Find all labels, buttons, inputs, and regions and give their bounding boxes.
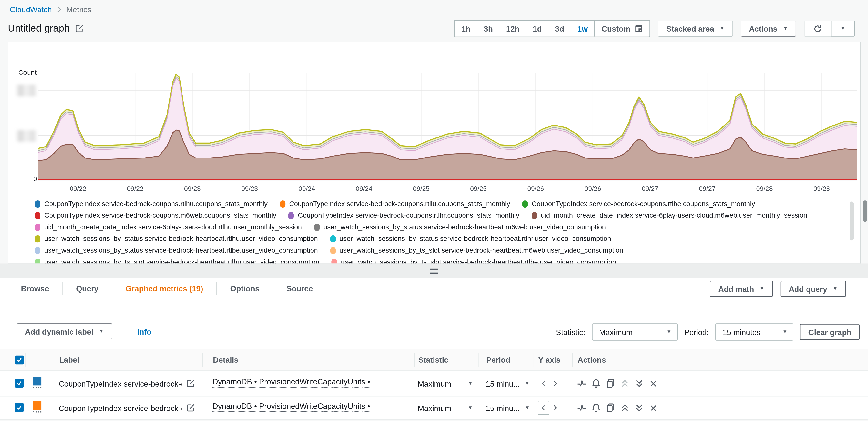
legend-item[interactable]: CouponTypeIndex service-bedrock-coupons.… xyxy=(280,200,510,208)
legend-item[interactable]: uid_month_create_date_index service-6pla… xyxy=(35,223,302,231)
edit-title-icon[interactable] xyxy=(75,24,84,33)
legend-item-label: user_watch_sessions_by_status service-be… xyxy=(323,223,606,231)
yaxis-right-button[interactable] xyxy=(552,379,559,388)
row-checkbox[interactable] xyxy=(15,378,24,387)
actions-dropdown[interactable]: Actions ▼ xyxy=(741,21,796,37)
legend-item[interactable]: CouponTypeIndex service-bedrock-coupons.… xyxy=(35,200,268,208)
tab-query[interactable]: Query xyxy=(62,278,112,301)
color-swatch-dropdown[interactable] xyxy=(33,401,41,413)
x-tick-label: 09/27 xyxy=(691,185,724,193)
color-swatch-dropdown[interactable] xyxy=(33,376,41,388)
legend-item[interactable]: user_watch_sessions_by_ts_slot service-b… xyxy=(332,258,616,264)
move-down-icon[interactable] xyxy=(634,403,644,413)
move-up-icon[interactable] xyxy=(620,379,630,388)
row-statistic-select[interactable]: Maximum▼ xyxy=(414,403,478,412)
create-alarm-icon[interactable] xyxy=(591,379,601,388)
yaxis-left-button[interactable] xyxy=(538,376,549,391)
page-scrollbar[interactable] xyxy=(863,200,867,222)
time-range-3h[interactable]: 3h xyxy=(477,21,499,37)
move-up-icon[interactable] xyxy=(620,403,630,413)
actions-label: Actions xyxy=(749,24,777,33)
statistic-value: Maximum xyxy=(599,328,633,336)
create-alarm-icon[interactable] xyxy=(591,403,601,413)
edit-label-icon[interactable] xyxy=(186,404,195,412)
legend-item[interactable]: user_watch_sessions_by_status service-be… xyxy=(330,235,611,243)
breadcrumb-cloudwatch[interactable]: CloudWatch xyxy=(10,5,52,14)
tab-graphed-metrics-19[interactable]: Graphed metrics (19) xyxy=(112,278,216,301)
legend-item-label: user_watch_sessions_by_status service-be… xyxy=(44,246,318,254)
x-tick-label: 09/25 xyxy=(405,185,438,193)
duplicate-icon[interactable] xyxy=(606,379,615,388)
legend-color-dot xyxy=(35,200,40,207)
view-pulse-icon[interactable] xyxy=(577,379,587,388)
x-tick-label: 09/27 xyxy=(633,185,667,193)
info-link[interactable]: Info xyxy=(137,327,151,336)
duplicate-icon[interactable] xyxy=(606,403,615,413)
legend-item[interactable]: CouponTypeIndex service-bedrock-coupons.… xyxy=(522,200,755,208)
legend-item[interactable]: CouponTypeIndex service-bedrock-coupons.… xyxy=(35,212,276,219)
move-down-icon[interactable] xyxy=(634,379,644,388)
column-statistic: Statistic xyxy=(414,353,478,367)
legend-color-dot xyxy=(35,258,40,264)
legend-item[interactable]: user_watch_sessions_by_status service-be… xyxy=(35,246,318,254)
yaxis-left-button[interactable] xyxy=(538,401,549,415)
select-all-checkbox[interactable] xyxy=(15,356,24,364)
metric-label: CouponTypeIndex service-bedrock-cou... xyxy=(59,403,181,412)
legend-color-dot xyxy=(35,247,40,254)
legend-item[interactable]: user_watch_sessions_by_ts_slot service-b… xyxy=(330,246,623,254)
metric-details-link[interactable]: DynamoDB • ProvisionedWriteCapacityUnits… xyxy=(213,377,370,388)
period-select[interactable]: 15 minutes ▼ xyxy=(715,323,794,340)
time-range-1w[interactable]: 1w xyxy=(571,21,594,37)
legend-item[interactable]: uid_month_create_date_index service-6pla… xyxy=(531,212,807,219)
row-period-select[interactable]: 15 minu...▼ xyxy=(478,403,533,412)
time-range-1d[interactable]: 1d xyxy=(526,21,549,37)
time-range-1h[interactable]: 1h xyxy=(455,21,477,37)
tab-browse[interactable]: Browse xyxy=(8,278,62,301)
refresh-button[interactable] xyxy=(804,21,831,37)
row-period-select[interactable]: 15 minu...▼ xyxy=(478,379,533,388)
resize-handle[interactable] xyxy=(430,269,438,273)
yaxis-right-button[interactable] xyxy=(552,404,559,412)
graph-type-value: Stacked area xyxy=(666,24,714,33)
add-query-dropdown[interactable]: Add query ▼ xyxy=(780,281,846,297)
legend-item[interactable]: user_watch_sessions_by_status service-be… xyxy=(314,223,606,231)
clear-graph-button[interactable]: Clear graph xyxy=(800,324,860,340)
x-tick-label: 09/22 xyxy=(119,185,152,193)
add-math-dropdown[interactable]: Add math ▼ xyxy=(710,281,773,297)
legend-row: user_watch_sessions_by_status service-be… xyxy=(35,235,846,243)
tab-source[interactable]: Source xyxy=(273,278,326,301)
calendar-icon xyxy=(635,24,643,33)
remove-icon[interactable] xyxy=(649,403,658,412)
y-axis-label: Count xyxy=(18,68,37,77)
column-yaxis: Y axis xyxy=(533,353,572,367)
legend-color-dot xyxy=(522,200,528,207)
time-range-12h[interactable]: 12h xyxy=(499,21,526,37)
legend-color-dot xyxy=(280,200,285,207)
row-statistic-select[interactable]: Maximum▼ xyxy=(414,379,478,388)
period-label: Period: xyxy=(684,328,709,336)
time-range-3d[interactable]: 3d xyxy=(549,21,570,37)
statistic-select[interactable]: Maximum ▼ xyxy=(592,323,678,340)
legend-item-label: CouponTypeIndex service-bedrock-coupons.… xyxy=(44,212,276,219)
edit-label-icon[interactable] xyxy=(186,379,195,388)
graph-type-dropdown[interactable]: Stacked area ▼ xyxy=(658,21,733,37)
add-dynamic-label-dropdown[interactable]: Add dynamic label ▼ xyxy=(17,323,112,339)
stacked-area-chart[interactable] xyxy=(37,73,857,180)
remove-icon[interactable] xyxy=(649,379,658,388)
view-pulse-icon[interactable] xyxy=(577,403,587,413)
metric-details-link[interactable]: DynamoDB • ProvisionedWriteCapacityUnits… xyxy=(213,401,370,412)
legend-item[interactable]: user_watch_sessions_by_status service-be… xyxy=(35,235,318,243)
time-range-custom[interactable]: Custom xyxy=(594,21,650,37)
legend-scrollbar[interactable] xyxy=(850,201,854,240)
refresh-options-dropdown[interactable]: ▼ xyxy=(831,21,855,37)
row-label-cell: CouponTypeIndex service-bedrock-cou... xyxy=(50,379,203,388)
legend-item[interactable]: user_watch_sessions_by_ts_slot service-b… xyxy=(35,258,319,264)
metric-label: CouponTypeIndex service-bedrock-cou... xyxy=(59,379,181,388)
legend-row: CouponTypeIndex service-bedrock-coupons.… xyxy=(35,212,846,219)
row-checkbox[interactable] xyxy=(15,403,24,412)
legend-item[interactable]: CouponTypeIndex service-bedrock-coupons.… xyxy=(288,212,519,219)
breadcrumb: CloudWatch Metrics xyxy=(10,5,91,14)
tab-options[interactable]: Options xyxy=(216,278,273,301)
add-dynamic-label-text: Add dynamic label xyxy=(25,327,93,336)
legend-color-dot xyxy=(35,235,40,242)
